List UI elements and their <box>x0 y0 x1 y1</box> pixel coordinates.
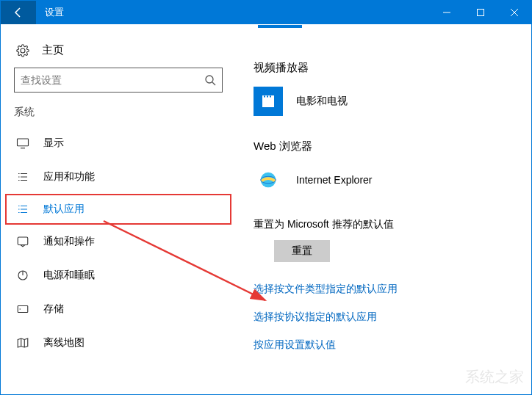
minimize-icon <box>442 8 451 17</box>
video-section-title: 视频播放器 <box>254 61 531 75</box>
settings-window: 设置 主页 系统 <box>0 0 532 395</box>
reset-button[interactable]: 重置 <box>274 240 330 262</box>
search-input[interactable] <box>21 74 204 86</box>
content-pane: 视频播放器 电影和电视 Web 浏览器 Internet Explorer <box>236 24 531 394</box>
search-icon <box>204 74 216 86</box>
video-app-tile <box>254 87 283 116</box>
window-controls <box>430 1 531 24</box>
nav-label: 通知和操作 <box>43 235 95 248</box>
nav-label: 默认应用 <box>43 203 85 216</box>
search-box[interactable] <box>14 68 223 93</box>
maximize-icon <box>476 8 485 17</box>
nav-label: 显示 <box>43 137 64 150</box>
sidebar-item-maps[interactable]: 离线地图 <box>1 326 236 360</box>
nav-label: 电源和睡眠 <box>43 269 95 282</box>
close-icon <box>510 8 519 17</box>
svg-rect-6 <box>18 237 28 245</box>
minimize-button[interactable] <box>430 1 464 24</box>
title-bar: 设置 <box>1 1 531 24</box>
back-button[interactable] <box>1 1 36 24</box>
notification-icon <box>14 235 32 248</box>
default-apps-icon <box>14 203 32 216</box>
sidebar-item-power[interactable]: 电源和睡眠 <box>1 258 236 292</box>
home-label: 主页 <box>42 43 64 57</box>
sidebar-item-storage[interactable]: 存储 <box>1 292 236 326</box>
monitor-icon <box>14 137 32 150</box>
window-title: 设置 <box>36 6 430 19</box>
svg-point-2 <box>206 76 213 83</box>
close-button[interactable] <box>497 1 531 24</box>
nav-label: 离线地图 <box>43 336 85 349</box>
sidebar-item-apps[interactable]: 应用和功能 <box>1 160 236 194</box>
map-icon <box>14 336 32 349</box>
web-app-tile <box>254 165 283 195</box>
power-icon <box>14 269 32 282</box>
sidebar-item-notifications[interactable]: 通知和操作 <box>1 225 236 258</box>
svg-rect-11 <box>262 97 274 107</box>
link-protocol-defaults[interactable]: 选择按协议指定的默认应用 <box>254 311 531 324</box>
nav-label: 存储 <box>43 302 64 316</box>
video-app-name: 电影和电视 <box>296 95 348 108</box>
window-body: 主页 系统 显示 应用和功能 默认应用 通知和操作 <box>1 24 531 394</box>
home-row[interactable]: 主页 <box>1 39 236 68</box>
maximize-button[interactable] <box>464 1 497 24</box>
tab-indicator <box>258 25 302 28</box>
svg-rect-14 <box>267 96 268 98</box>
web-app-row[interactable]: Internet Explorer <box>254 165 531 195</box>
svg-rect-13 <box>264 96 265 98</box>
svg-rect-9 <box>18 306 28 313</box>
sidebar: 主页 系统 显示 应用和功能 默认应用 通知和操作 <box>1 24 236 394</box>
video-app-row[interactable]: 电影和电视 <box>254 87 531 116</box>
link-filetype-defaults[interactable]: 选择按文件类型指定的默认应用 <box>254 283 531 296</box>
arrow-left-icon <box>12 7 24 18</box>
svg-rect-15 <box>270 96 271 98</box>
sidebar-category: 系统 <box>1 106 236 126</box>
list-icon <box>14 170 32 184</box>
svg-rect-1 <box>478 10 484 16</box>
storage-icon <box>14 302 32 316</box>
sidebar-item-display[interactable]: 显示 <box>1 126 236 160</box>
sidebar-item-default-apps[interactable]: 默认应用 <box>5 194 231 225</box>
web-app-name: Internet Explorer <box>296 174 373 186</box>
link-byapp-defaults[interactable]: 按应用设置默认值 <box>254 338 531 352</box>
reset-title: 重置为 Microsoft 推荐的默认值 <box>254 218 531 231</box>
film-icon <box>259 93 277 110</box>
web-section-title: Web 浏览器 <box>254 139 531 153</box>
svg-line-3 <box>212 82 215 85</box>
gear-icon <box>14 44 32 57</box>
ie-icon <box>257 169 279 191</box>
svg-rect-4 <box>18 139 29 146</box>
svg-point-10 <box>20 308 21 310</box>
nav-label: 应用和功能 <box>43 170 95 184</box>
